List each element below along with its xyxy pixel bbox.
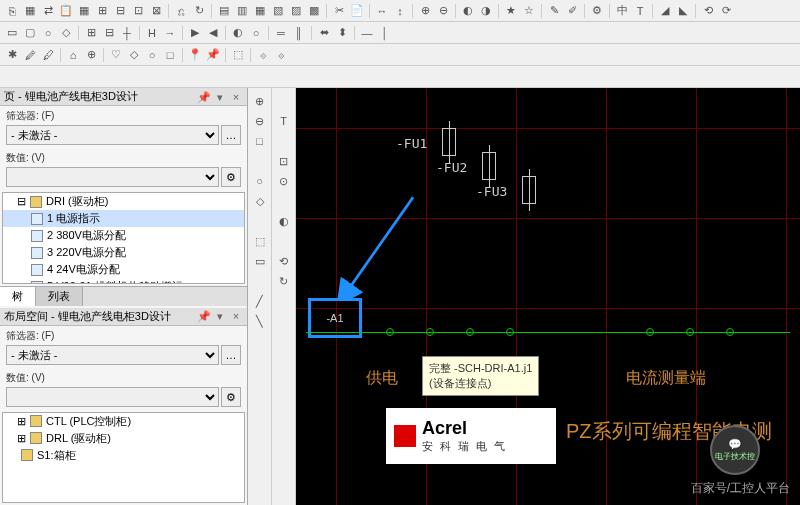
toolbar-icon[interactable]: 📋 xyxy=(58,3,74,19)
toolbar-icon[interactable]: ○ xyxy=(40,25,56,41)
toolbar-icon[interactable]: ✎ xyxy=(546,3,562,19)
toolbar-icon[interactable]: ▶ xyxy=(187,25,203,41)
tree-item[interactable]: 3 220V电源分配 xyxy=(3,244,244,261)
terminal[interactable] xyxy=(646,328,654,336)
tree-item[interactable]: 5 V90-01 排料机构移动搬运 xyxy=(3,278,244,284)
toolbar-icon[interactable]: ▤ xyxy=(216,3,232,19)
vtoolbar-icon[interactable] xyxy=(275,92,293,110)
fuse-1[interactable] xyxy=(442,128,456,156)
vtoolbar-icon[interactable]: T xyxy=(275,112,293,130)
panel2-filter-btn[interactable]: … xyxy=(221,345,241,365)
toolbar-icon[interactable]: □ xyxy=(162,47,178,63)
vtoolbar-icon[interactable]: ⊖ xyxy=(251,112,269,130)
vtoolbar-icon[interactable]: ▭ xyxy=(251,252,269,270)
toolbar-icon[interactable]: ▭ xyxy=(4,25,20,41)
toolbar-icon[interactable]: ⎘ xyxy=(4,3,20,19)
vtoolbar-icon[interactable]: ◐ xyxy=(275,212,293,230)
vtoolbar-icon[interactable] xyxy=(251,152,269,170)
toolbar-icon[interactable]: ◇ xyxy=(58,25,74,41)
toolbar-icon[interactable]: ▨ xyxy=(288,3,304,19)
toolbar-icon[interactable]: ⎌ xyxy=(173,3,189,19)
toolbar-icon[interactable]: ⚙ xyxy=(589,3,605,19)
toolbar-icon[interactable]: ★ xyxy=(503,3,519,19)
toolbar-icon[interactable]: ↻ xyxy=(191,3,207,19)
toolbar-icon[interactable]: ◐ xyxy=(460,3,476,19)
tab-list[interactable]: 列表 xyxy=(36,287,83,306)
tree-item[interactable]: ⊞ CTL (PLC控制柜) xyxy=(3,413,244,430)
panel2-close-icon[interactable]: × xyxy=(229,309,243,323)
toolbar-icon[interactable]: ☆ xyxy=(521,3,537,19)
panel1-value-select[interactable] xyxy=(6,167,219,187)
toolbar-icon[interactable]: ⊕ xyxy=(83,47,99,63)
toolbar-icon[interactable]: ◀ xyxy=(205,25,221,41)
toolbar-icon[interactable]: ⊖ xyxy=(435,3,451,19)
toolbar-icon[interactable]: │ xyxy=(377,25,393,41)
toolbar-icon[interactable]: ⊟ xyxy=(112,3,128,19)
panel2-menu-icon[interactable]: ▾ xyxy=(213,309,227,323)
terminal[interactable] xyxy=(686,328,694,336)
vtoolbar-icon[interactable]: ╱ xyxy=(251,292,269,310)
toolbar-icon[interactable]: 📍 xyxy=(187,47,203,63)
toolbar-icon[interactable]: ⟐ xyxy=(273,47,289,63)
toolbar-icon[interactable]: ◣ xyxy=(675,3,691,19)
vtoolbar-icon[interactable] xyxy=(275,232,293,250)
toolbar-icon[interactable]: ⊠ xyxy=(148,3,164,19)
vtoolbar-icon[interactable]: □ xyxy=(251,132,269,150)
terminal[interactable] xyxy=(506,328,514,336)
toolbar-icon[interactable]: ▩ xyxy=(306,3,322,19)
toolbar-icon[interactable]: T xyxy=(632,3,648,19)
vtoolbar-icon[interactable]: ⟲ xyxy=(275,252,293,270)
toolbar-icon[interactable]: ┼ xyxy=(119,25,135,41)
toolbar-icon[interactable]: ○ xyxy=(248,25,264,41)
panel1-value-btn[interactable]: ⚙ xyxy=(221,167,241,187)
toolbar-icon[interactable]: ○ xyxy=(144,47,160,63)
panel1-filter-btn[interactable]: … xyxy=(221,125,241,145)
panel2-tree[interactable]: ⊞ CTL (PLC控制柜)⊞ DRL (驱动柜) S1:箱柜 xyxy=(2,412,245,504)
terminal[interactable] xyxy=(386,328,394,336)
tree-item[interactable]: S1:箱柜 xyxy=(3,447,244,464)
vtoolbar-icon[interactable]: ↻ xyxy=(275,272,293,290)
toolbar-icon[interactable]: ⟲ xyxy=(700,3,716,19)
toolbar-icon[interactable]: 中 xyxy=(614,3,630,19)
panel2-pin-icon[interactable]: 📌 xyxy=(197,309,211,323)
toolbar-icon[interactable]: → xyxy=(162,25,178,41)
panel1-tree[interactable]: ⊟ DRI (驱动柜) 1 电源指示 2 380V电源分配 3 220V电源分配… xyxy=(2,192,245,284)
toolbar-icon[interactable]: ⌂ xyxy=(65,47,81,63)
toolbar-icon[interactable]: ▧ xyxy=(270,3,286,19)
toolbar-icon[interactable]: ⟐ xyxy=(255,47,271,63)
toolbar-icon[interactable]: ⊞ xyxy=(83,25,99,41)
panel1-filter-select[interactable]: - 未激活 - xyxy=(6,125,219,145)
toolbar-icon[interactable]: ✂ xyxy=(331,3,347,19)
toolbar-icon[interactable]: ↕ xyxy=(392,3,408,19)
tree-item[interactable]: 2 380V电源分配 xyxy=(3,227,244,244)
vtoolbar-icon[interactable]: ⊡ xyxy=(275,152,293,170)
vtoolbar-icon[interactable] xyxy=(251,272,269,290)
toolbar-icon[interactable]: — xyxy=(359,25,375,41)
toolbar-icon[interactable]: ⊞ xyxy=(94,3,110,19)
panel1-close-icon[interactable]: × xyxy=(229,90,243,104)
panel1-pin-icon[interactable]: 📌 xyxy=(197,90,211,104)
tree-item[interactable]: 4 24V电源分配 xyxy=(3,261,244,278)
toolbar-icon[interactable]: ⊡ xyxy=(130,3,146,19)
toolbar-icon[interactable]: ═ xyxy=(273,25,289,41)
vtoolbar-icon[interactable]: ╲ xyxy=(251,312,269,330)
toolbar-icon[interactable]: ▦ xyxy=(22,3,38,19)
panel2-filter-select[interactable]: - 未激活 - xyxy=(6,345,219,365)
toolbar-icon[interactable]: 🖊 xyxy=(40,47,56,63)
toolbar-icon[interactable]: ⊕ xyxy=(417,3,433,19)
toolbar-icon[interactable]: ✱ xyxy=(4,47,20,63)
toolbar-icon[interactable]: ↔ xyxy=(374,3,390,19)
toolbar-icon[interactable]: 📌 xyxy=(205,47,221,63)
toolbar-icon[interactable]: ⇄ xyxy=(40,3,56,19)
toolbar-icon[interactable]: 🖉 xyxy=(22,47,38,63)
vtoolbar-icon[interactable]: ○ xyxy=(251,172,269,190)
toolbar-icon[interactable]: ◢ xyxy=(657,3,673,19)
terminal[interactable] xyxy=(466,328,474,336)
toolbar-icon[interactable]: ▥ xyxy=(234,3,250,19)
toolbar-icon[interactable]: ▢ xyxy=(22,25,38,41)
toolbar-icon[interactable]: ▦ xyxy=(252,3,268,19)
toolbar-icon[interactable]: ⟳ xyxy=(718,3,734,19)
vtoolbar-icon[interactable] xyxy=(251,212,269,230)
tree-item[interactable]: ⊞ DRL (驱动柜) xyxy=(3,430,244,447)
toolbar-icon[interactable]: H xyxy=(144,25,160,41)
